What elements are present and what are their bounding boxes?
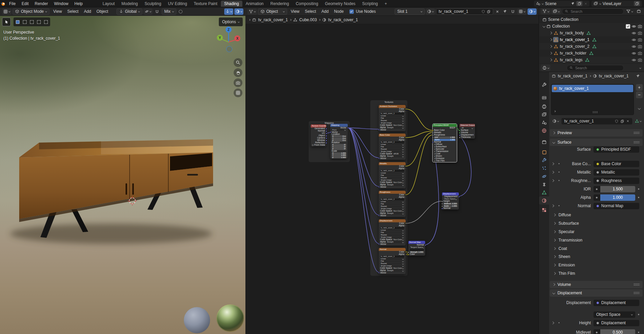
input-socket[interactable] [441, 203, 443, 205]
shader-menu-item[interactable]: Select [302, 9, 318, 14]
navigation-gizmo[interactable]: Z Y X [214, 26, 243, 55]
outliner-row-scene-collection[interactable]: Scene Collection [539, 16, 644, 23]
mesh-data-icon[interactable] [586, 31, 591, 35]
pin-icon[interactable] [503, 9, 507, 13]
output-socket[interactable] [405, 137, 406, 139]
eye-icon[interactable] [632, 31, 636, 35]
input-socket[interactable] [379, 186, 380, 188]
node-texture-coordinate[interactable]: Texture Coordinate GeneratedNormalUVObje… [311, 124, 326, 146]
eye-icon[interactable] [632, 45, 636, 48]
mesh-object-icon[interactable] [554, 51, 558, 55]
tab-view-layer[interactable] [539, 110, 549, 118]
input-socket[interactable] [441, 208, 443, 209]
camera-icon[interactable] [638, 31, 642, 35]
panel-displacement[interactable]: Displacement [550, 289, 643, 297]
input-socket[interactable] [379, 129, 380, 131]
gizmo-y-axis[interactable]: Y [217, 35, 223, 41]
add-workspace-button[interactable]: + [381, 1, 391, 7]
tab-scene[interactable] [539, 118, 549, 126]
select-mode-new[interactable] [16, 20, 20, 24]
input-socket[interactable] [379, 272, 380, 274]
node-image-texture[interactable]: Roughness Color Alpha tv_rack_cover_1 Li… [379, 191, 406, 217]
subpanel-header[interactable]: Thin Film [550, 269, 639, 278]
tab-physics[interactable] [539, 172, 549, 180]
node-canvas[interactable]: Mapping Textures [245, 24, 539, 334]
shader-snap-toggle[interactable] [509, 8, 516, 15]
outliner-row-object[interactable]: tv_rack_legs [539, 57, 644, 63]
output-socket[interactable] [458, 196, 460, 197]
displacement-field[interactable]: Displacement [594, 300, 639, 306]
tab-object[interactable] [539, 148, 549, 156]
active-tool-button[interactable] [2, 17, 11, 26]
tab-object-data[interactable] [539, 188, 549, 196]
slot-specials-button[interactable] [636, 105, 643, 112]
workspace-tab[interactable]: Geometry Nodes [321, 1, 359, 7]
material-nodes-dropdown[interactable] [634, 118, 643, 124]
select-mode-subtract[interactable] [30, 20, 34, 24]
input-socket[interactable] [432, 141, 434, 143]
topbar-menu-item[interactable]: Render [32, 1, 51, 6]
tab-collection[interactable] [539, 138, 549, 146]
editor-type-button[interactable] [2, 8, 11, 15]
outliner-filter-dropdown[interactable] [625, 8, 634, 14]
height-field[interactable]: Displacement [594, 320, 639, 326]
node-material-output[interactable]: Material Output All Surface Volume Displ… [460, 124, 475, 139]
use-nodes-checkbox[interactable]: Use Nodes [349, 9, 376, 14]
outliner-row-object[interactable]: tv_rack_cover_1 [539, 36, 644, 43]
node-principled-bsdf[interactable]: Principled BSDF BSDF Base Color Metallic… [433, 124, 457, 162]
subpanel-header[interactable]: Specular [550, 228, 639, 236]
collection-checkbox[interactable] [626, 24, 630, 29]
tab-render[interactable] [539, 94, 549, 102]
input-socket[interactable] [408, 254, 409, 255]
ior-slider[interactable]: 1.500 [600, 186, 635, 192]
mesh-object-icon[interactable] [554, 38, 558, 42]
show-gizmo-toggle[interactable] [224, 8, 233, 15]
input-socket[interactable] [432, 134, 434, 136]
proportional-edit-toggle[interactable] [177, 8, 184, 15]
mesh-data-icon[interactable] [592, 44, 597, 49]
node-image-texture[interactable]: Base Color Color Alpha tv_rack_cover_1 L… [379, 134, 406, 160]
mesh-data-icon[interactable] [585, 58, 589, 62]
zoom-button[interactable] [234, 58, 242, 67]
material-name-field[interactable]: tv_rack_cover_1 [562, 118, 632, 124]
breadcrumb-object[interactable]: tv_rack_cover_1 [558, 74, 587, 78]
node-image-texture[interactable]: Normal Color Alpha tv_rack_cover_1 Linea… [379, 248, 406, 274]
eye-icon[interactable] [632, 51, 636, 55]
node-image-texture[interactable]: Metallic Color Alpha tv_rack_cover_1 Lin… [379, 162, 406, 188]
shader-editor-type-button[interactable] [247, 8, 257, 15]
subpanel-header[interactable]: Sheen [550, 253, 639, 261]
properties-search-input[interactable] [574, 66, 620, 70]
add-slot-button[interactable] [636, 84, 643, 91]
material-slot[interactable]: tv_rack_cover_1 [552, 85, 633, 92]
viewlayer-selector[interactable]: ViewLayer [591, 1, 642, 7]
mode-dropdown[interactable]: Object Mode [12, 8, 49, 15]
pin-icon[interactable] [571, 2, 575, 5]
proportional-falloff-dropdown[interactable]: Mix [162, 8, 176, 15]
panel-surface[interactable]: Surface [550, 139, 643, 146]
input-socket[interactable] [441, 200, 443, 202]
output-socket[interactable] [326, 128, 327, 129]
mesh-object-icon[interactable] [554, 58, 558, 62]
panel-preview[interactable]: Preview [550, 129, 643, 137]
scene-selector[interactable]: Scene [534, 1, 589, 7]
eye-icon[interactable] [632, 38, 636, 42]
shader-menu-item[interactable]: View [288, 9, 302, 14]
input-socket[interactable] [459, 134, 461, 136]
output-socket[interactable] [405, 196, 406, 198]
viewport-shading-toggle[interactable] [234, 8, 243, 15]
output-socket[interactable] [326, 142, 327, 144]
workspace-tab[interactable]: Sculpting [141, 1, 165, 7]
properties-search[interactable] [567, 65, 624, 71]
slot-dropdown[interactable]: Slot 1 [395, 8, 425, 15]
subpanel-header[interactable]: Subsurface [550, 219, 639, 228]
input-socket[interactable] [379, 244, 380, 245]
gizmo-x-axis[interactable]: X [234, 35, 240, 41]
camera-icon[interactable] [638, 38, 642, 42]
outliner-row-collection[interactable]: Collection [539, 23, 644, 30]
output-socket[interactable] [405, 165, 406, 167]
orientation-dropdown[interactable]: Global [116, 8, 142, 15]
input-socket[interactable] [379, 158, 380, 159]
midlevel-slider[interactable]: 0.500 [600, 329, 635, 334]
orthographic-button[interactable] [234, 88, 242, 97]
material-browse-dropdown[interactable] [426, 8, 435, 15]
